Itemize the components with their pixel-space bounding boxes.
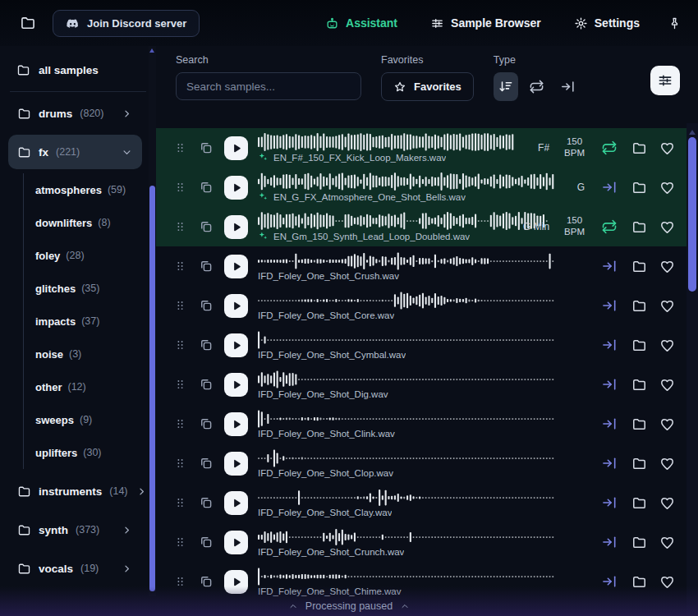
sidebar-subfolder-impacts[interactable]: impacts(37) — [24, 305, 156, 338]
type-sort-button[interactable] — [494, 72, 518, 101]
waveform[interactable] — [258, 292, 555, 310]
sidebar-folder-drums[interactable]: drums(820) — [8, 96, 142, 131]
copy-icon[interactable] — [199, 416, 214, 431]
pin-icon[interactable] — [668, 16, 682, 30]
drag-handle[interactable] — [174, 494, 186, 512]
play-button[interactable] — [224, 570, 248, 594]
drag-handle[interactable] — [174, 178, 186, 196]
open-folder-icon[interactable] — [631, 574, 647, 590]
copy-icon[interactable] — [199, 574, 214, 589]
list-scrollbar-thumb[interactable] — [688, 137, 696, 292]
sidebar-subfolder-glitches[interactable]: glitches(35) — [24, 272, 156, 305]
sample-row[interactable]: IFD_Foley_One_Shot_Chime.wav — [156, 562, 687, 601]
drag-handle[interactable] — [174, 415, 186, 433]
play-button[interactable] — [224, 452, 248, 476]
drag-handle[interactable] — [174, 533, 186, 551]
type-oneshot-button[interactable] — [556, 72, 581, 101]
drag-handle[interactable] — [174, 572, 186, 591]
open-folder-icon[interactable] — [631, 535, 647, 550]
open-folder-icon[interactable] — [631, 298, 647, 314]
open-folder-icon[interactable] — [631, 219, 647, 235]
copy-icon[interactable] — [199, 180, 214, 195]
list-scrollbar[interactable] — [687, 123, 698, 616]
filter-settings-button[interactable] — [650, 66, 680, 95]
waveform[interactable] — [258, 568, 555, 586]
heart-icon[interactable] — [659, 180, 675, 195]
waveform[interactable] — [258, 331, 555, 349]
sidebar-subfolder-foley[interactable]: foley(28) — [24, 239, 156, 272]
sidebar-folder-instruments[interactable]: instruments(14) — [8, 474, 142, 508]
sidebar-folder-vocals[interactable]: vocals(19) — [8, 551, 142, 586]
open-folder-icon[interactable] — [631, 416, 647, 432]
sidebar-scroll-up-arrow[interactable] — [149, 48, 154, 53]
sample-row[interactable]: IFD_Foley_One_Shot_Cymbal.wav — [156, 325, 687, 365]
heart-icon[interactable] — [659, 377, 675, 393]
sidebar-subfolder-atmospheres[interactable]: atmospheres(59) — [24, 173, 156, 206]
sample-row[interactable]: IFD_Foley_One_Shot_Crunch.wav — [156, 522, 687, 562]
favorites-button[interactable]: Favorites — [381, 72, 474, 101]
drag-handle[interactable] — [174, 257, 186, 275]
nav-sample-browser[interactable]: Sample Browser — [430, 16, 541, 30]
copy-icon[interactable] — [199, 535, 214, 549]
waveform[interactable] — [258, 528, 555, 546]
search-input[interactable] — [176, 72, 361, 100]
play-button[interactable] — [224, 215, 248, 239]
sample-row[interactable]: IFD_Foley_One_Shot_Core.wav — [156, 286, 687, 325]
join-discord-button[interactable]: Join Discord server — [53, 10, 200, 37]
copy-icon[interactable] — [199, 298, 214, 313]
heart-icon[interactable] — [659, 140, 675, 156]
copy-icon[interactable] — [199, 219, 214, 234]
open-folder-icon[interactable] — [631, 377, 647, 393]
copy-icon[interactable] — [199, 495, 214, 510]
sidebar-folder-synth[interactable]: synth(373) — [8, 513, 142, 547]
sample-row[interactable]: IFD_Foley_One_Shot_Crush.wav — [156, 246, 687, 286]
drag-handle[interactable] — [174, 139, 186, 157]
heart-icon[interactable] — [659, 495, 675, 511]
copy-icon[interactable] — [199, 338, 214, 352]
waveform[interactable] — [258, 449, 555, 467]
drag-handle[interactable] — [174, 336, 186, 354]
sidebar-subfolder-other[interactable]: other(12) — [24, 370, 156, 403]
sidebar-subfolder-sweeps[interactable]: sweeps(9) — [24, 403, 156, 436]
waveform[interactable] — [258, 252, 555, 270]
sample-row[interactable]: EN_F#_150_FX_Kick_Loop_Makers.wavF#150BP… — [156, 128, 687, 168]
heart-icon[interactable] — [659, 416, 675, 432]
heart-icon[interactable] — [659, 259, 675, 274]
sample-row[interactable]: IFD_Foley_One_Shot_Clink.wav — [156, 404, 687, 444]
drag-handle[interactable] — [174, 375, 186, 393]
play-button[interactable] — [224, 176, 248, 200]
drag-handle[interactable] — [174, 454, 186, 472]
sample-row[interactable]: IFD_Foley_One_Shot_Dig.wav — [156, 365, 687, 404]
play-button[interactable] — [224, 531, 248, 554]
sample-row[interactable]: EN_G_FX_Atmosphere_One_Shot_Bells.wavG — [156, 168, 687, 207]
root-folder-icon[interactable] — [20, 15, 36, 31]
play-button[interactable] — [224, 491, 248, 515]
sample-row[interactable]: IFD_Foley_One_Shot_Clop.wav — [156, 444, 687, 483]
sample-row[interactable]: EN_Gm_150_Synth_Lead_Loop_Doubled.wavG M… — [156, 207, 687, 246]
play-button[interactable] — [224, 136, 248, 160]
play-button[interactable] — [224, 333, 248, 357]
drag-handle[interactable] — [174, 297, 186, 315]
heart-icon[interactable] — [659, 574, 675, 590]
sidebar-subfolder-downlifters[interactable]: downlifters(8) — [24, 206, 156, 239]
play-button[interactable] — [224, 373, 248, 397]
sidebar-subfolder-noise[interactable]: noise(3) — [24, 338, 156, 370]
play-button[interactable] — [224, 412, 248, 436]
nav-settings[interactable]: Settings — [574, 16, 640, 30]
processing-paused-button[interactable]: Processing paused — [0, 596, 698, 616]
type-loop-button[interactable] — [525, 72, 549, 101]
copy-icon[interactable] — [199, 456, 214, 471]
play-button[interactable] — [224, 294, 248, 318]
open-folder-icon[interactable] — [631, 456, 647, 471]
drag-handle[interactable] — [174, 218, 186, 236]
sidebar-folder-fx[interactable]: fx(221) — [8, 135, 142, 169]
copy-icon[interactable] — [199, 259, 214, 274]
waveform[interactable] — [258, 370, 555, 388]
open-folder-icon[interactable] — [631, 495, 647, 511]
play-button[interactable] — [224, 255, 248, 278]
sidebar-subfolder-uplifters[interactable]: uplifters(30) — [24, 436, 156, 469]
heart-icon[interactable] — [659, 535, 675, 550]
heart-icon[interactable] — [659, 456, 675, 471]
copy-icon[interactable] — [199, 377, 214, 392]
list-scroll-up-arrow[interactable] — [689, 130, 696, 135]
